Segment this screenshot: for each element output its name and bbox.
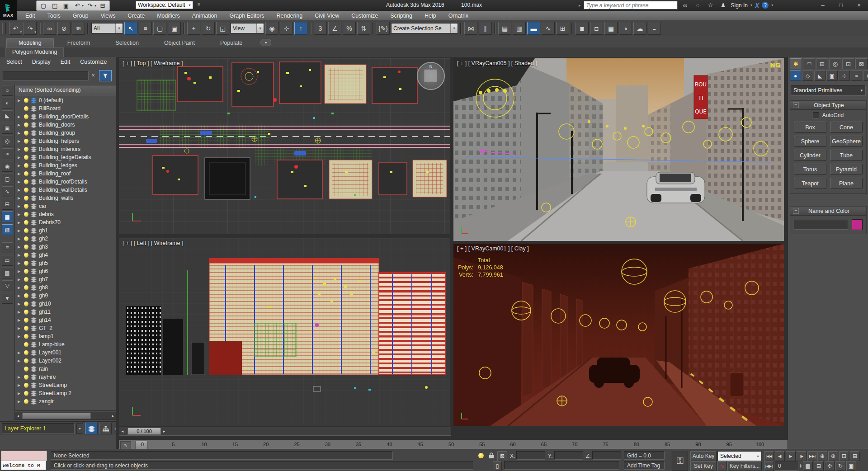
scroll-left-icon[interactable]: ◂ (15, 414, 21, 418)
layer-row[interactable]: ▶Building_walls (15, 194, 116, 202)
layer-visibility-bulb-icon[interactable] (24, 196, 28, 200)
layer-visibility-bulb-icon[interactable] (24, 277, 28, 282)
frame-spinner[interactable]: ▲▼ (799, 464, 802, 468)
select-by-name-button[interactable]: ≡ (139, 22, 152, 35)
material-editor-button[interactable]: ◙ (576, 22, 589, 35)
viewcube-face[interactable] (425, 70, 437, 82)
explorer-name-dropdown[interactable]: Layer Explorer 1 (2, 423, 75, 434)
tab-display[interactable]: ⊡ (842, 58, 854, 69)
layer-row[interactable]: ▶Building_wallDetails (15, 186, 116, 194)
layer-row[interactable]: ▶Building_roofDetails (15, 178, 116, 186)
layer-visibility-bulb-icon[interactable] (24, 342, 28, 347)
select-and-scale-button[interactable]: ◱ (216, 22, 229, 35)
key-filter-curve-icon[interactable]: ∿ (717, 461, 726, 471)
curve-editor-button[interactable]: ∿ (542, 22, 555, 35)
layer-visibility-bulb-icon[interactable] (24, 147, 28, 151)
ribbon-tab-selection[interactable]: Selection (104, 38, 150, 47)
selection-region-button[interactable]: ▢ (153, 22, 166, 35)
expand-arrow-icon[interactable]: ▶ (18, 261, 22, 265)
layer-visibility-bulb-icon[interactable] (24, 163, 28, 168)
render-iterative-button[interactable]: ◒ (648, 22, 661, 35)
undo-button[interactable]: ↶▾ (9, 22, 22, 35)
selection-lock-icon[interactable] (488, 452, 495, 459)
layer-row[interactable]: ▶rayFire (15, 373, 116, 381)
display-xrefs-icon[interactable]: ▢ (2, 174, 13, 184)
time-slider-right-icon[interactable]: ▸ (161, 429, 167, 433)
expand-arrow-icon[interactable]: ▶ (18, 278, 22, 282)
display-bones-icon[interactable]: ∿ (2, 186, 13, 197)
save-file-button[interactable]: ▣ (61, 2, 71, 9)
new-scene-button[interactable]: ▢ (38, 2, 48, 9)
selection-filter-dropdown[interactable]: All▾ (91, 23, 123, 33)
menu-modifiers[interactable]: Modifiers (157, 13, 180, 19)
layer-visibility-bulb-icon[interactable] (24, 220, 28, 225)
menu-customize[interactable]: Customize (351, 13, 378, 19)
menu-create[interactable]: Create (128, 13, 145, 19)
zoom-region-button[interactable]: ⊟ (814, 461, 824, 471)
expand-arrow-icon[interactable]: ▶ (18, 164, 22, 168)
view-outline-icon[interactable]: ▤ (2, 268, 13, 278)
scroll-right-icon[interactable]: ▸ (110, 414, 116, 418)
orbit-button[interactable]: ↻ (835, 461, 845, 471)
play-button[interactable]: ▶ (786, 451, 796, 461)
previous-frame-button[interactable]: ◀| (775, 451, 785, 461)
display-materials-icon[interactable]: ▦ (2, 212, 13, 222)
layer-row[interactable]: ▶gh8 (15, 283, 116, 292)
layer-row[interactable]: ▶Building_doors (15, 121, 116, 129)
polygon-modeling-panel-tab[interactable]: Polygon Modeling (5, 47, 64, 57)
display-lights-icon[interactable]: ◣ (2, 110, 13, 121)
layer-visibility-bulb-icon[interactable] (24, 367, 28, 371)
chevron-down-icon[interactable]: ▾ (750, 3, 752, 7)
redo-button[interactable]: ↷ (85, 2, 95, 9)
layer-row[interactable]: ▶gh14 (15, 316, 116, 324)
display-groups-icon[interactable]: ◉ (2, 161, 13, 172)
tab-utilities[interactable]: ⊠ (855, 58, 868, 69)
expand-arrow-icon[interactable]: ▶ (18, 180, 22, 184)
tab-hierarchy[interactable]: ⊞ (816, 58, 828, 69)
edit-named-selection-sets-button[interactable]: {✎} (377, 22, 390, 35)
layer-row[interactable]: ▶lamp1 (15, 332, 116, 340)
expand-arrow-icon[interactable]: ▶ (18, 131, 22, 135)
layer-visibility-bulb-icon[interactable] (24, 98, 28, 103)
named-selection-sets-dropdown[interactable]: Create Selection Se▾ (391, 23, 458, 33)
expand-arrow-icon[interactable]: ▶ (18, 375, 22, 379)
expand-arrow-icon[interactable]: ▶ (18, 147, 22, 151)
menu-rendering[interactable]: Rendering (277, 13, 303, 19)
layer-row[interactable]: ▶zangir (15, 397, 116, 405)
layer-visibility-bulb-icon[interactable] (24, 293, 28, 298)
expand-arrow-icon[interactable]: ▶ (18, 123, 22, 127)
layer-visibility-bulb-icon[interactable] (24, 114, 28, 119)
display-children-icon[interactable]: ▧ (2, 224, 13, 235)
open-file-button[interactable]: ◳ (50, 2, 60, 9)
scene-explorer-search-input[interactable] (3, 71, 89, 80)
viewport-vraycam005[interactable]: BOU TI QUE NG [ + ] [ VRayCam005 ] [ Sha… (453, 58, 784, 241)
layer-visibility-bulb-icon[interactable] (24, 334, 28, 339)
expand-arrow-icon[interactable]: ▶ (18, 253, 22, 257)
viewport-label[interactable]: [ + ] [ Left ] [ Wireframe ] (123, 240, 183, 246)
layer-row[interactable]: ▶car (15, 202, 116, 210)
undo-button[interactable]: ↶ (72, 2, 82, 9)
add-time-tag-field[interactable]: Add Time Tag (624, 461, 665, 470)
reference-coordinate-dropdown[interactable]: View▾ (231, 23, 264, 33)
viewport-top-wireframe[interactable]: [ + ] [ Top ] [ Wireframe ] N (119, 58, 450, 234)
layer-row[interactable]: ▶gh5 (15, 259, 116, 267)
category-lights[interactable]: ◣ (814, 71, 826, 81)
layer-row[interactable]: ▶Building_helpers (15, 137, 116, 145)
display-shapes-icon[interactable]: ◐ (2, 98, 13, 108)
layer-visibility-bulb-icon[interactable] (24, 253, 28, 257)
select-and-rotate-button[interactable]: ↻ (202, 22, 215, 35)
layer-visibility-bulb-icon[interactable] (24, 310, 28, 314)
time-configuration-button[interactable]: ▦ (803, 461, 813, 471)
mirror-button[interactable]: ⋈ (464, 22, 477, 35)
expand-arrow-icon[interactable]: ▶ (18, 229, 22, 233)
layer-row[interactable]: Lamp-blue (15, 340, 116, 349)
primitive-category-dropdown[interactable]: Standard Primitives ▾ (791, 85, 866, 96)
menu-graph-editors[interactable]: Graph Editors (229, 13, 264, 19)
layer-row[interactable]: ▶0 (default) (15, 96, 116, 104)
layer-row[interactable]: ▶gh9 (15, 292, 116, 300)
render-production-button[interactable]: ◑ (619, 22, 632, 35)
minimize-button[interactable]: – (814, 0, 832, 10)
y-coordinate-field[interactable] (554, 451, 583, 460)
layer-row[interactable]: ▶gh2 (15, 235, 116, 243)
maximize-button[interactable]: □ (832, 0, 850, 10)
